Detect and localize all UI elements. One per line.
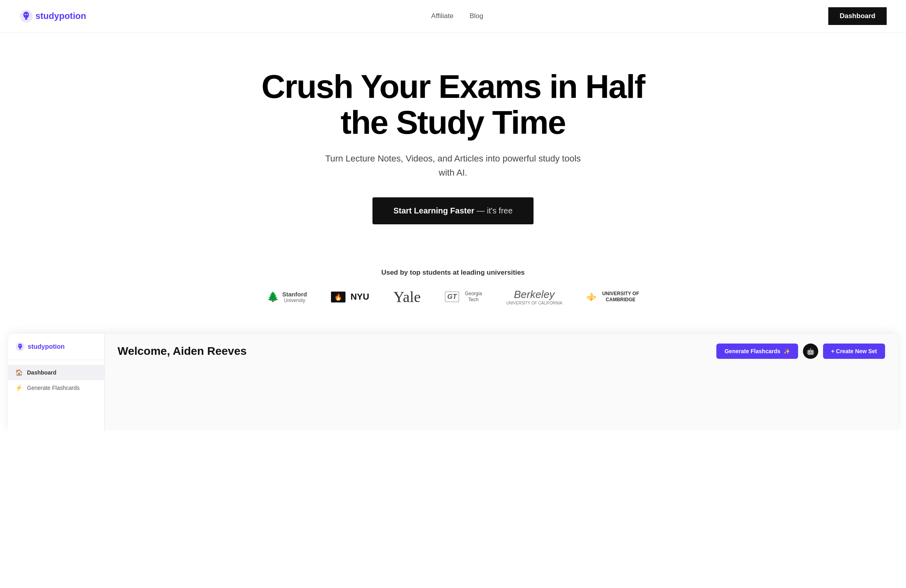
nav-item-blog[interactable]: Blog [470, 12, 483, 20]
create-new-set-button[interactable]: + Create New Set [823, 344, 885, 359]
cambridge-name: UNIVERSITY OFCAMBRIDGE [602, 291, 639, 303]
cta-main-label: Start Learning Faster [393, 206, 474, 215]
sidebar-flashcards-label: Generate Flashcards [27, 385, 80, 391]
cambridge-icon: ⚜️ [586, 292, 596, 302]
social-proof-section: Used by top students at leading universi… [0, 248, 906, 322]
hero-title-line1: Crush Your Exams in Half [261, 68, 644, 105]
robot-icon: 🤖 [807, 348, 815, 355]
universities-list: 🌲 Stanford University 🔥 NYU Yale GT Geor… [8, 288, 898, 306]
sidebar-logo-icon [15, 342, 25, 352]
hero-title-line2: the Study Time [341, 104, 565, 141]
dashboard-preview: studypotion 🏠 Dashboard ⚡ Generate Flash… [8, 334, 898, 431]
dashboard-main: Welcome, Aiden Reeves Generate Flashcard… [105, 334, 898, 431]
svg-point-8 [19, 346, 20, 346]
svg-point-1 [23, 12, 29, 18]
stanford-name: Stanford University [282, 291, 307, 303]
hero-cta-button[interactable]: Start Learning Faster — it's free [372, 197, 534, 224]
sidebar-item-generate-flashcards[interactable]: ⚡ Generate Flashcards [8, 380, 104, 395]
hero-title: Crush Your Exams in Half the Study Time [260, 69, 646, 140]
svg-point-3 [25, 14, 26, 15]
stanford-icon: 🌲 [267, 291, 279, 302]
svg-rect-7 [19, 348, 21, 350]
dashboard-header-row: Welcome, Aiden Reeves Generate Flashcard… [118, 344, 885, 359]
social-proof-heading: Used by top students at leading universi… [8, 269, 898, 277]
cta-suffix: — it's free [477, 206, 513, 215]
flashcards-icon: ⚡ [15, 384, 23, 391]
nav-item-affiliate[interactable]: Affiliate [431, 12, 453, 20]
generate-flashcards-button[interactable]: Generate Flashcards ✨ [716, 344, 798, 359]
logo-text-end: potion [59, 11, 86, 21]
yale-logo: Yale [393, 288, 421, 306]
sidebar-item-dashboard[interactable]: 🏠 Dashboard [8, 365, 104, 380]
gt-icon: GT [445, 292, 459, 302]
dashboard-sidebar: studypotion 🏠 Dashboard ⚡ Generate Flash… [8, 334, 105, 431]
nav-links: Affiliate Blog [431, 12, 483, 20]
sidebar-logo-start: study [28, 343, 45, 350]
yale-name: Yale [393, 288, 421, 306]
home-icon: 🏠 [15, 369, 23, 376]
sidebar-logo: studypotion [8, 342, 104, 360]
hero-subtitle: Turn Lecture Notes, Videos, and Articles… [260, 151, 646, 180]
dashboard-welcome: Welcome, Aiden Reeves [118, 345, 247, 358]
gt-name: GeorgiaTech [465, 291, 482, 303]
sidebar-dashboard-label: Dashboard [27, 369, 56, 376]
sidebar-logo-end: potion [45, 343, 65, 350]
sparkle-icon: ✨ [784, 348, 790, 354]
berkeley-logo: Berkeley UNIVERSITY OF CALIFORNIA [506, 288, 562, 305]
svg-point-9 [21, 346, 21, 346]
hero-section: Crush Your Exams in Half the Study Time … [252, 33, 654, 248]
georgia-tech-logo: GT GeorgiaTech [445, 291, 482, 303]
affiliate-link[interactable]: Affiliate [431, 12, 453, 20]
navbar: studypotion Affiliate Blog Dashboard [0, 0, 906, 33]
berkeley-name: Berkeley UNIVERSITY OF CALIFORNIA [506, 288, 562, 305]
nyu-badge: 🔥 [331, 292, 345, 302]
dashboard-actions: Generate Flashcards ✨ 🤖 + Create New Set [716, 344, 885, 359]
robot-button[interactable]: 🤖 [803, 344, 818, 359]
nyu-name: NYU [350, 292, 369, 302]
logo-text-start: study [35, 11, 59, 21]
svg-rect-2 [25, 18, 27, 20]
nyu-logo: 🔥 NYU [331, 292, 369, 302]
svg-point-6 [18, 344, 22, 348]
blog-link[interactable]: Blog [470, 12, 483, 20]
logo[interactable]: studypotion [19, 9, 86, 23]
stanford-logo: 🌲 Stanford University [267, 291, 307, 303]
cambridge-logo: ⚜️ UNIVERSITY OFCAMBRIDGE [586, 291, 639, 303]
svg-point-4 [27, 14, 28, 15]
logo-icon [19, 9, 33, 23]
generate-flashcards-label: Generate Flashcards [724, 348, 780, 354]
dashboard-button[interactable]: Dashboard [828, 7, 887, 25]
